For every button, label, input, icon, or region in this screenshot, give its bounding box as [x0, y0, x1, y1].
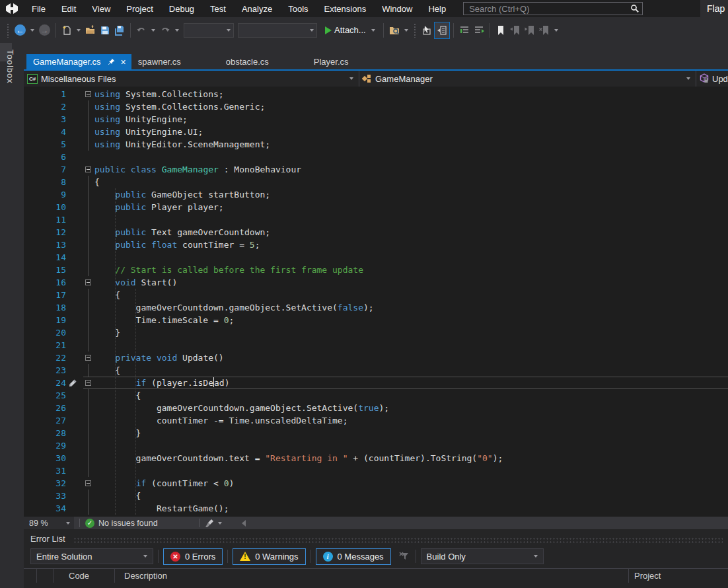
collapse-region-icon[interactable]: [83, 163, 93, 176]
background-window-title[interactable]: Flap: [700, 0, 728, 17]
line-body[interactable]: }: [83, 326, 728, 339]
menu-item-file[interactable]: File: [24, 0, 54, 17]
error-scope-dropdown[interactable]: Entire Solution: [30, 548, 153, 564]
build-filter-caret-icon[interactable]: [534, 555, 538, 558]
toolbar-combo-empty-2[interactable]: [238, 23, 317, 38]
menu-item-help[interactable]: Help: [420, 0, 454, 17]
menu-item-extensions[interactable]: Extensions: [316, 0, 375, 17]
line-body[interactable]: if (countTimer < 0): [83, 477, 728, 490]
collapse-region-icon[interactable]: [83, 276, 93, 289]
line-body[interactable]: using UnityEngine;: [83, 113, 728, 126]
code-editor[interactable]: 1using System.Collections;2using System.…: [24, 87, 728, 517]
toolbox-tab[interactable]: Toolbox: [5, 50, 15, 84]
line-body[interactable]: }: [83, 427, 728, 439]
line-body[interactable]: {: [83, 289, 728, 301]
undo-dropdown-icon[interactable]: [151, 29, 155, 32]
menu-item-window[interactable]: Window: [374, 0, 420, 17]
decrease-indent-button[interactable]: [457, 22, 472, 39]
tab-spawner-cs[interactable]: spawner.cs: [131, 54, 219, 69]
tab-obstacle-cs[interactable]: obstacle.cs: [219, 54, 307, 69]
document-health-check-icon[interactable]: ✓: [85, 519, 94, 528]
quick-search-box[interactable]: [463, 2, 643, 15]
flag-column-header[interactable]: [37, 569, 54, 583]
line-body[interactable]: gameOverCountdown.text = "Restarting in …: [83, 452, 728, 464]
line-body[interactable]: RestartGame();: [83, 502, 728, 515]
toolbar-grip-handle[interactable]: [7, 23, 10, 38]
type-dropdown-caret-icon[interactable]: [686, 77, 690, 80]
line-body[interactable]: public class GameManager : MonoBehaviour: [83, 163, 728, 176]
collapse-region-icon[interactable]: [83, 351, 93, 364]
menu-item-debug[interactable]: Debug: [161, 0, 202, 17]
line-body[interactable]: public float countTimer = 5;: [83, 239, 728, 251]
tab-player-cs[interactable]: Player.cs: [307, 54, 395, 69]
warnings-filter-button[interactable]: 0 Warnings: [233, 548, 305, 565]
menu-item-tools[interactable]: Tools: [280, 0, 316, 17]
severity-column-header[interactable]: [24, 569, 37, 583]
code-column-header[interactable]: Code: [54, 569, 115, 583]
search-input[interactable]: [469, 4, 630, 14]
attach-dropdown-icon[interactable]: [371, 29, 375, 32]
project-dropdown[interactable]: C# Miscellaneous Files: [24, 71, 359, 87]
toolbar-grip-handle[interactable]: [414, 23, 417, 38]
previous-bookmark-button[interactable]: [508, 22, 523, 39]
project-column-header[interactable]: Project: [629, 569, 728, 583]
line-body[interactable]: [83, 464, 728, 477]
menu-item-edit[interactable]: Edit: [54, 0, 84, 17]
line-body[interactable]: [83, 439, 728, 452]
bookmarks-overflow-dropdown-icon[interactable]: [554, 29, 558, 32]
line-body[interactable]: countTimer -= Time.unscaledDeltaTime;: [83, 414, 728, 427]
collapse-region-icon[interactable]: [83, 477, 93, 490]
clear-filter-icon[interactable]: [399, 551, 411, 562]
save-button[interactable]: [98, 22, 112, 39]
find-in-files-button[interactable]: [387, 22, 402, 39]
editor-zoom-caret-icon[interactable]: [66, 522, 70, 525]
menu-item-test[interactable]: Test: [202, 0, 234, 17]
navigate-backward-button[interactable]: ←: [13, 22, 28, 39]
line-body[interactable]: using System.Collections.Generic;: [83, 100, 728, 113]
clear-bookmarks-button[interactable]: [537, 22, 552, 39]
line-body[interactable]: gameOverCountdown.gameObject.SetActive(t…: [83, 402, 728, 414]
line-body[interactable]: [83, 339, 728, 351]
save-all-button[interactable]: [112, 22, 127, 39]
type-dropdown[interactable]: GameManager: [359, 71, 696, 87]
line-body[interactable]: // Start is called before the first fram…: [83, 264, 728, 276]
error-scope-caret-icon[interactable]: [143, 555, 147, 558]
line-body[interactable]: Time.timeScale = 0;: [83, 314, 728, 326]
new-file-button[interactable]: [59, 22, 74, 39]
new-file-dropdown-icon[interactable]: [77, 29, 81, 32]
line-body[interactable]: {: [83, 364, 728, 377]
document-outline-toggle-button[interactable]: [434, 22, 450, 39]
line-body[interactable]: public Player player;: [83, 201, 728, 213]
selection-mode-button[interactable]: [419, 22, 434, 39]
line-body[interactable]: [83, 251, 728, 264]
line-body[interactable]: public GameObject startButton;: [83, 188, 728, 201]
find-options-dropdown-icon[interactable]: [404, 29, 408, 32]
tab-gamemanager-cs[interactable]: GameManager.cs×: [26, 54, 131, 69]
redo-dropdown-icon[interactable]: [175, 29, 179, 32]
search-icon[interactable]: [630, 4, 639, 13]
line-body[interactable]: gameOverCountdown.gameObject.SetActive(f…: [83, 301, 728, 314]
redo-button[interactable]: [158, 22, 172, 39]
errors-filter-button[interactable]: ✕ 0 Errors: [163, 548, 223, 565]
panel-drag-texture[interactable]: [73, 537, 723, 543]
line-body[interactable]: private void Update(): [83, 351, 728, 364]
horizontal-scroll-left-icon[interactable]: [242, 520, 246, 527]
collapse-region-icon[interactable]: [83, 377, 93, 388]
pin-icon[interactable]: [108, 58, 115, 65]
navigate-forward-button[interactable]: →: [37, 22, 52, 39]
messages-filter-button[interactable]: i 0 Messages: [316, 548, 391, 565]
next-bookmark-button[interactable]: [523, 22, 537, 39]
open-file-button[interactable]: [83, 22, 98, 39]
line-body[interactable]: {: [83, 176, 728, 188]
toggle-bookmark-button[interactable]: [493, 22, 508, 39]
close-icon[interactable]: ×: [121, 57, 126, 67]
toolbar-combo-empty-1[interactable]: [184, 23, 234, 38]
navigate-backward-dropdown-icon[interactable]: [30, 29, 34, 32]
line-body[interactable]: using System.Collections;: [83, 88, 728, 100]
build-filter-dropdown[interactable]: Build Only: [421, 548, 544, 564]
collapse-region-icon[interactable]: [83, 88, 93, 100]
code-cleanup-broom-icon[interactable]: [205, 519, 215, 528]
line-body[interactable]: public Text gameOverCountdown;: [83, 226, 728, 239]
project-dropdown-caret-icon[interactable]: [349, 77, 353, 80]
line-body[interactable]: [83, 213, 728, 226]
